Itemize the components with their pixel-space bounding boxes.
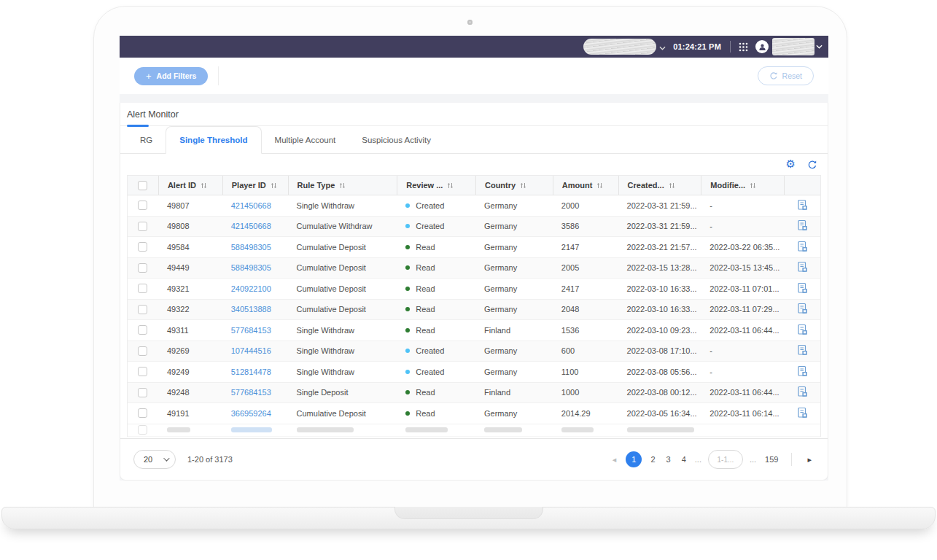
view-report-icon[interactable] xyxy=(797,199,808,212)
cell-alert-id: 49249 xyxy=(158,368,222,376)
row-checkbox[interactable] xyxy=(138,325,147,335)
cell-player-id: 421450668 xyxy=(222,201,288,210)
row-checkbox[interactable] xyxy=(138,201,147,210)
redacted-brand-selector[interactable] xyxy=(583,39,656,55)
view-report-icon[interactable] xyxy=(797,282,808,295)
page-button-2[interactable]: 2 xyxy=(648,455,657,464)
status-label: Read xyxy=(416,263,435,272)
player-id-link[interactable]: 577684153 xyxy=(231,388,271,397)
page-button-159[interactable]: 159 xyxy=(763,455,780,464)
row-checkbox[interactable] xyxy=(138,305,147,314)
tab-rg[interactable]: RG xyxy=(127,126,166,153)
table-header-row: Alert IDPlayer IDRule TypeReview ...Coun… xyxy=(128,175,820,195)
player-id-link[interactable]: 421450668 xyxy=(231,201,271,210)
cell-amount: 2048 xyxy=(553,305,618,314)
select-all-checkbox[interactable] xyxy=(138,181,147,190)
chevron-down-icon xyxy=(163,455,169,461)
pagination-bar: 20 1-20 of 3173 ◂1234...1-1......159▸ xyxy=(120,438,828,480)
view-report-icon[interactable] xyxy=(797,261,808,274)
column-header-country[interactable]: Country xyxy=(475,176,553,195)
cell-modified: 2022-03-11 06:44... xyxy=(701,326,784,335)
cell-actions xyxy=(784,219,820,233)
row-checkbox[interactable] xyxy=(138,242,147,252)
view-report-icon[interactable] xyxy=(797,344,808,357)
refresh-icon[interactable] xyxy=(807,160,817,170)
player-id-link[interactable]: 588498305 xyxy=(231,243,271,252)
column-header-created[interactable]: Created... xyxy=(618,176,701,195)
add-filters-button[interactable]: + Add Filters xyxy=(134,67,208,85)
cell-amount: 600 xyxy=(553,346,618,355)
cell-review-status: Read xyxy=(397,409,475,418)
page-size-value: 20 xyxy=(144,455,152,464)
row-checkbox[interactable] xyxy=(138,346,147,356)
chevron-down-icon[interactable] xyxy=(659,40,666,53)
cell-amount: 3586 xyxy=(553,222,618,230)
row-checkbox[interactable] xyxy=(138,388,147,397)
page-jump-pill[interactable]: 1-1... xyxy=(708,450,743,469)
row-checkbox[interactable] xyxy=(138,367,147,376)
player-id-link[interactable]: 366959264 xyxy=(231,409,271,418)
column-header-alert_id[interactable]: Alert ID xyxy=(158,176,222,195)
row-checkbox-cell xyxy=(128,408,158,418)
column-label: Amount xyxy=(562,181,593,190)
cell-alert-id: 49808 xyxy=(158,222,222,230)
column-header-rule_type[interactable]: Rule Type xyxy=(288,176,397,195)
page-button-3[interactable]: 3 xyxy=(664,455,673,464)
sort-icon xyxy=(338,182,346,190)
caret-right-icon[interactable]: ▸ xyxy=(804,456,814,464)
column-label: Player ID xyxy=(232,181,266,190)
cell-modified: 2022-03-11 06:44... xyxy=(701,388,784,397)
column-label: Country xyxy=(485,181,516,190)
cell-modified: 2022-03-11 07:01... xyxy=(701,284,784,293)
page-size-select[interactable]: 20 xyxy=(133,450,176,469)
tab-multiple-account[interactable]: Multiple Account xyxy=(262,126,349,153)
table-row: 49322340513888Cumulative DepositReadGerm… xyxy=(128,300,820,321)
player-id-link[interactable]: 512814478 xyxy=(231,368,271,376)
view-report-icon[interactable] xyxy=(797,219,808,233)
tab-suspicious-activity[interactable]: Suspicious Activity xyxy=(349,126,444,153)
row-checkbox[interactable] xyxy=(138,222,147,231)
row-checkbox[interactable] xyxy=(138,284,147,293)
view-report-icon[interactable] xyxy=(797,303,808,316)
cell-created: 2022-03-15 13:28... xyxy=(618,263,701,272)
view-report-icon[interactable] xyxy=(797,407,808,420)
reset-button[interactable]: Reset xyxy=(758,66,814,85)
status-dot xyxy=(405,203,410,208)
cell-modified: - xyxy=(701,222,784,230)
status-label: Created xyxy=(416,201,444,210)
column-header-review[interactable]: Review ... xyxy=(397,176,475,195)
cell-alert-id: 49322 xyxy=(158,305,222,314)
table-toolbar: ⚙ xyxy=(120,154,828,175)
page-button-4[interactable]: 4 xyxy=(680,455,688,464)
tab-single-threshold[interactable]: Single Threshold xyxy=(166,126,261,154)
player-id-link[interactable]: 240922100 xyxy=(231,284,271,293)
cell-country: Germany xyxy=(475,305,553,314)
player-id-link[interactable]: 340513888 xyxy=(231,305,271,314)
column-header-player_id[interactable]: Player ID xyxy=(222,176,288,195)
view-report-icon[interactable] xyxy=(797,365,808,378)
page-button-1[interactable]: 1 xyxy=(626,451,642,467)
add-filters-label: Add Filters xyxy=(157,71,197,80)
cell-player-id: 421450668 xyxy=(222,222,288,230)
player-id-link[interactable]: 588498305 xyxy=(231,263,271,272)
settings-gear-icon[interactable]: ⚙ xyxy=(786,159,796,170)
cell-alert-id: 49584 xyxy=(158,243,222,252)
column-header-amount[interactable]: Amount xyxy=(553,176,618,195)
row-checkbox[interactable] xyxy=(138,408,147,418)
status-dot xyxy=(405,265,410,270)
view-report-icon[interactable] xyxy=(797,241,808,254)
apps-grid-icon[interactable] xyxy=(739,42,748,52)
column-header-modified[interactable]: Modifie... xyxy=(701,176,784,195)
view-report-icon[interactable] xyxy=(797,324,808,337)
chevron-down-icon[interactable] xyxy=(816,44,823,49)
user-avatar-icon[interactable] xyxy=(755,40,769,53)
caret-left-icon[interactable]: ◂ xyxy=(610,456,620,464)
cell-created: 2022-03-08 05:56... xyxy=(618,368,701,376)
pagination-left: 20 1-20 of 3173 xyxy=(133,450,233,469)
player-id-link[interactable]: 107444516 xyxy=(231,346,271,355)
view-report-icon[interactable] xyxy=(797,386,808,399)
player-id-link[interactable]: 421450668 xyxy=(231,222,271,230)
row-checkbox[interactable] xyxy=(138,263,147,273)
player-id-link[interactable]: 577684153 xyxy=(231,326,271,335)
status-label: Read xyxy=(416,388,435,397)
